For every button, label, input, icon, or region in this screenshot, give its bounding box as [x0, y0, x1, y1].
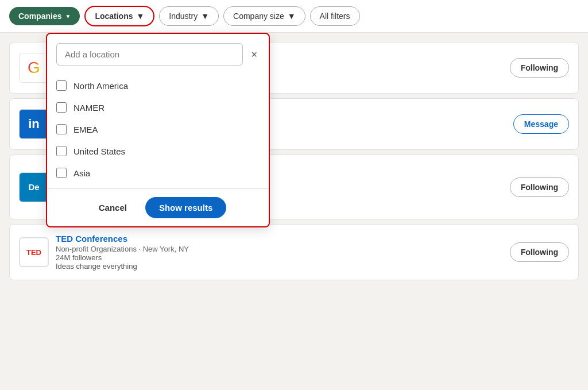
- ted-logo: TED: [19, 237, 49, 267]
- location-search-input[interactable]: [56, 43, 243, 65]
- north-america-label[interactable]: North America: [74, 81, 128, 91]
- dropdown-header: ×: [47, 34, 269, 70]
- ted-name[interactable]: TED Conferences: [56, 234, 189, 244]
- dell-text: De: [28, 182, 39, 192]
- all-filters-button[interactable]: All filters: [310, 6, 360, 26]
- linkedin-message-button[interactable]: Message: [513, 114, 569, 134]
- google-letter: G: [28, 59, 40, 77]
- show-results-button[interactable]: Show results: [145, 197, 226, 218]
- dell-following-button[interactable]: Following: [510, 177, 569, 197]
- industry-arrow-icon: ▼: [201, 11, 209, 21]
- company-left-ted: TED TED Conferences Non-profit Organizat…: [19, 234, 189, 271]
- company-size-label: Company size: [233, 11, 284, 21]
- companies-arrow-icon: ▼: [65, 13, 71, 20]
- cancel-label: Cancel: [99, 203, 127, 213]
- industry-button[interactable]: Industry ▼: [159, 6, 219, 26]
- show-results-label: Show results: [159, 203, 212, 213]
- industry-label: Industry: [169, 11, 198, 21]
- ted-tagline: Ideas change everything: [56, 262, 189, 271]
- company-size-button[interactable]: Company size ▼: [223, 6, 305, 26]
- location-item-north-america: North America: [56, 75, 260, 96]
- top-bar: Companies ▼ Locations ▼ Industry ▼ Compa…: [0, 0, 588, 33]
- companies-label: Companies: [18, 11, 61, 21]
- location-item-emea: EMEA: [56, 118, 260, 140]
- asia-checkbox[interactable]: [56, 168, 67, 178]
- emea-checkbox[interactable]: [56, 124, 67, 134]
- main-content: × North America NAMER EMEA United States: [0, 33, 588, 294]
- location-item-asia: Asia: [56, 162, 260, 184]
- linkedin-message-label: Message: [524, 119, 558, 129]
- dell-logo: De: [19, 172, 49, 202]
- location-item-namer: NAMER: [56, 96, 260, 118]
- emea-label[interactable]: EMEA: [74, 125, 98, 134]
- ted-text: TED: [26, 248, 41, 257]
- dropdown-footer: Cancel Show results: [47, 188, 269, 226]
- company-size-arrow-icon: ▼: [288, 11, 296, 21]
- google-following-label: Following: [521, 63, 558, 72]
- united-states-checkbox[interactable]: [56, 146, 67, 156]
- ted-info: TED Conferences Non-profit Organizations…: [56, 234, 189, 271]
- locations-dropdown: × North America NAMER EMEA United States: [46, 33, 270, 227]
- united-states-label[interactable]: United States: [74, 146, 125, 156]
- locations-button[interactable]: Locations ▼: [84, 6, 154, 26]
- linkedin-icon: in: [28, 117, 40, 132]
- north-america-checkbox[interactable]: [56, 80, 67, 91]
- close-icon: ×: [251, 49, 257, 60]
- google-logo: G: [19, 53, 49, 83]
- location-item-united-states: United States: [56, 140, 260, 162]
- ted-following-label: Following: [521, 248, 558, 257]
- close-button[interactable]: ×: [249, 47, 260, 62]
- namer-label[interactable]: NAMER: [74, 103, 105, 113]
- companies-button[interactable]: Companies ▼: [9, 7, 80, 25]
- linkedin-logo: in: [19, 109, 49, 139]
- ted-following-button[interactable]: Following: [510, 242, 569, 262]
- ted-meta: Non-profit Organizations · New York, NY: [56, 245, 189, 253]
- locations-arrow-icon: ▼: [137, 11, 145, 21]
- locations-label: Locations: [95, 11, 133, 21]
- dell-following-label: Following: [521, 183, 558, 192]
- ted-followers: 24M followers: [56, 253, 189, 262]
- all-filters-label: All filters: [320, 11, 350, 21]
- asia-label[interactable]: Asia: [74, 168, 90, 178]
- google-following-button[interactable]: Following: [510, 58, 569, 78]
- cancel-button[interactable]: Cancel: [90, 197, 136, 218]
- company-card-ted: TED TED Conferences Non-profit Organizat…: [9, 224, 579, 280]
- location-list: North America NAMER EMEA United States A…: [47, 70, 269, 188]
- namer-checkbox[interactable]: [56, 102, 67, 113]
